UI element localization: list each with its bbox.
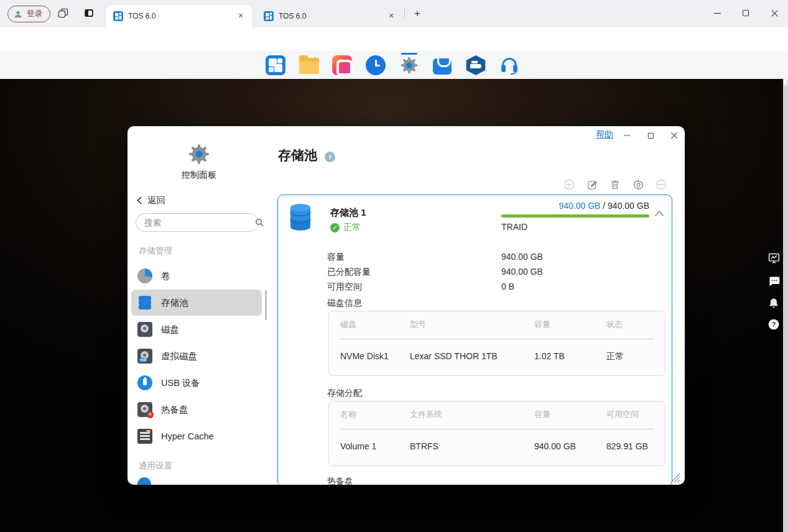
- browser-minimize-button[interactable]: [703, 0, 731, 26]
- more-options-icon[interactable]: [655, 178, 667, 191]
- help-icon[interactable]: ?: [766, 317, 781, 332]
- table-row: Volume 1 BTRFS 940.00 GB 829.91 GB: [329, 441, 665, 451]
- section-storage-label: 存储管理: [139, 245, 172, 257]
- search-icon: [254, 218, 264, 227]
- section-general-label: 通用设置: [139, 461, 172, 472]
- sidebar-item-hyper-cache[interactable]: Hyper Cache: [131, 423, 262, 449]
- dock-control-panel-icon[interactable]: [399, 55, 419, 75]
- info-icon[interactable]: i: [325, 152, 335, 162]
- disk-icon: [137, 322, 152, 337]
- control-panel-header: 控制面板: [165, 142, 233, 181]
- hyper-cache-icon: [137, 429, 152, 444]
- tab-close-icon[interactable]: ×: [386, 11, 397, 22]
- sidebar-item-disk[interactable]: 磁盘: [131, 316, 262, 342]
- volume-icon: [137, 268, 152, 283]
- back-button[interactable]: 返回: [136, 195, 165, 206]
- virtual-disk-icon: VHD: [137, 349, 152, 364]
- allocation-label: 存储分配: [327, 388, 362, 399]
- disk-info-table: 磁盘 型号 容量 状态 NVMe Disk1 Lexar SSD THOR 1T…: [328, 311, 665, 376]
- hot-spare-label: 热备盘: [327, 476, 353, 485]
- status-check-icon: ✓: [330, 223, 340, 232]
- profile-avatar-icon: [13, 9, 23, 19]
- tab-divider: [404, 9, 405, 19]
- page-title: 存储池: [278, 147, 317, 164]
- raid-type: TRAID: [501, 222, 649, 232]
- sidebar-item-partial-icon[interactable]: [137, 477, 151, 485]
- panel-maximize-button[interactable]: [642, 129, 659, 142]
- detail-row: 已分配容量 940.00 GB: [327, 267, 651, 278]
- table-header: 名称 文件系统 容量 可用空间: [329, 409, 665, 420]
- tab-title: TOS 6.0: [128, 12, 230, 21]
- window-resize-handle[interactable]: [669, 473, 680, 483]
- tab-actions-icon[interactable]: [83, 7, 95, 19]
- sidebar-search-input[interactable]: [144, 218, 254, 227]
- collapse-chevron-icon[interactable]: [654, 210, 664, 218]
- pool-database-icon: [288, 203, 313, 232]
- hot-spare-icon: +: [137, 402, 152, 417]
- back-label: 返回: [147, 195, 165, 206]
- tab-title: TOS 6.0: [279, 12, 381, 21]
- dock-docker-icon[interactable]: [465, 55, 485, 75]
- feedback-icon[interactable]: [766, 273, 781, 288]
- storage-pool-card: 存储池 1 ✓ 正常 940.00 GB / 940.00 GB TRAID 容…: [277, 195, 672, 485]
- usb-device-icon: [137, 375, 152, 390]
- sidebar-search-box[interactable]: [136, 213, 259, 232]
- used-capacity: 940.00 GB: [559, 201, 600, 211]
- dock-support-icon[interactable]: [499, 55, 519, 75]
- sidebar-item-usb-device[interactable]: USB 设备: [131, 370, 262, 396]
- notifications-icon[interactable]: [766, 296, 781, 311]
- help-link[interactable]: 帮助: [596, 129, 613, 140]
- allocation-table: 名称 文件系统 容量 可用空间 Volume 1 BTRFS 940.00 GB…: [328, 401, 665, 466]
- dock-active-indicator: [401, 53, 417, 55]
- control-panel-gear-icon: [187, 142, 211, 166]
- tab-favicon: [113, 11, 123, 21]
- disk-info-label: 磁盘信息: [327, 298, 362, 309]
- total-capacity: 940.00 GB: [608, 201, 649, 211]
- pool-usage: 940.00 GB / 940.00 GB TRAID: [501, 201, 649, 232]
- panel-close-button[interactable]: [666, 129, 682, 142]
- control-panel-label: 控制面板: [165, 170, 233, 181]
- usage-progress-bar: [501, 214, 649, 218]
- storage-pool-icon: [137, 295, 152, 310]
- page-scrollbar[interactable]: [783, 79, 788, 532]
- table-row: NVMe Disk1 Lexar SSD THOR 1TB 1.02 TB 正常: [329, 351, 665, 362]
- tab-close-icon[interactable]: ×: [235, 11, 246, 22]
- sidebar-scrollbar[interactable]: [265, 290, 267, 320]
- delete-pool-icon[interactable]: [609, 178, 621, 191]
- tab-favicon: [264, 11, 274, 21]
- dock-app-center-icon[interactable]: [432, 55, 452, 75]
- pool-toolbar: [563, 178, 667, 191]
- table-header: 磁盘 型号 容量 状态: [329, 319, 665, 330]
- tab-tos-1[interactable]: TOS 6.0 ×: [106, 5, 253, 27]
- detail-row: 容量 940.00 GB: [327, 252, 651, 263]
- svg-text:?: ?: [772, 321, 776, 328]
- panel-minimize-button[interactable]: [619, 129, 635, 142]
- dock-multimedia-icon[interactable]: [332, 55, 352, 75]
- system-monitor-icon[interactable]: [766, 250, 781, 265]
- dock-file-manager-icon[interactable]: [299, 55, 319, 75]
- browser-profile-button[interactable]: 登录: [7, 6, 50, 22]
- new-tab-button[interactable]: +: [410, 7, 424, 21]
- browser-address-bar: × 不安全 https://192.168.50.181:5443/tos/#/…: [0, 27, 788, 51]
- dock-desktop-icon[interactable]: [266, 55, 285, 75]
- detail-row: 可用空间 0 B: [327, 282, 651, 293]
- browser-maximize-button[interactable]: [732, 0, 759, 26]
- sidebar-item-virtual-disk[interactable]: VHD 虚拟磁盘: [131, 343, 262, 369]
- sidebar-item-volume[interactable]: 卷: [131, 263, 262, 289]
- browser-close-button[interactable]: [761, 0, 788, 26]
- browser-tab-bar: 登录 TOS 6.0 × TOS 6.0 × +: [0, 0, 788, 27]
- edit-pool-icon[interactable]: [586, 178, 598, 191]
- tab-tos-2[interactable]: TOS 6.0 ×: [256, 5, 403, 27]
- sidebar-item-hot-spare[interactable]: + 热备盘: [131, 397, 262, 423]
- add-pool-icon[interactable]: [563, 178, 575, 191]
- control-panel-window: 帮助 控制面板 返回: [127, 126, 685, 485]
- sidebar-item-storage-pool[interactable]: 存储池: [131, 290, 262, 316]
- status-text: 正常: [343, 222, 361, 233]
- workspaces-icon[interactable]: [57, 7, 69, 19]
- pool-name: 存储池 1: [330, 207, 366, 219]
- dock-backup-icon[interactable]: [366, 55, 386, 75]
- pool-status: ✓ 正常: [330, 222, 361, 233]
- pool-settings-icon[interactable]: [632, 178, 644, 191]
- tos-dock: [0, 51, 788, 79]
- profile-label: 登录: [27, 9, 42, 19]
